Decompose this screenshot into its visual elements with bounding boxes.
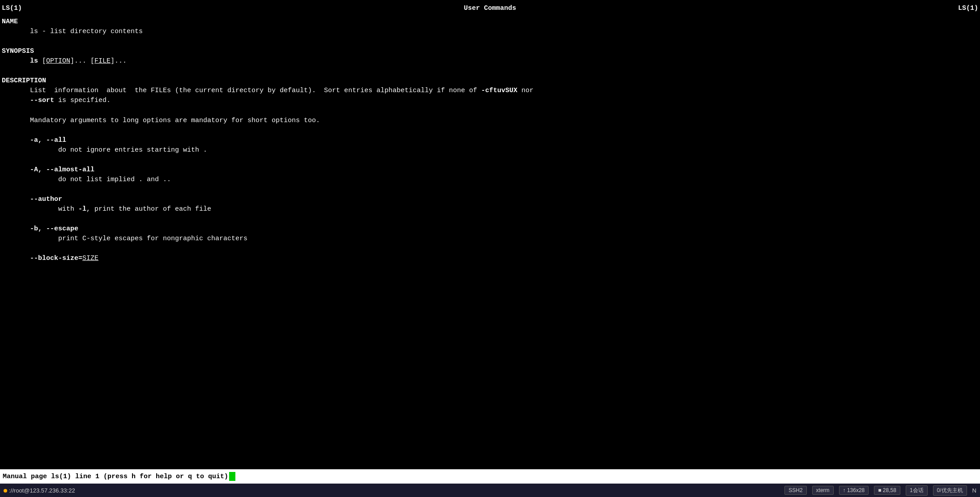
cursor-block (229, 472, 235, 481)
taskbar: ://root@123.57.236.33:22 SSH2 xterm ↑ 13… (0, 484, 980, 497)
taskbar-host-label: ://root@123.57.236.33:22 (9, 487, 75, 494)
taskbar-sessions[interactable]: 1会话 (906, 485, 928, 496)
option-a-desc: do not ignore entries starting with . (2, 145, 978, 155)
blank-line-4 (2, 126, 978, 136)
option-b: -b, --escape print C-style escapes for n… (2, 224, 978, 244)
option-block-size: --block-size=SIZE (2, 254, 978, 263)
option-b-flag: -b, --escape (2, 224, 978, 234)
option-A: -A, --almost-all do not list implied . a… (2, 165, 978, 185)
option-author-desc: with -l, print the author of each file (2, 204, 978, 214)
blank-line-2 (2, 66, 978, 76)
blank-line-7 (2, 214, 978, 224)
taskbar-pos: ■ 28,58 (874, 486, 900, 495)
taskbar-size: ↑ 136x28 (839, 486, 869, 495)
option-block-size-flag: --block-size=SIZE (2, 254, 978, 263)
option-author-flag: --author (2, 195, 978, 204)
terminal-window: LS(1) User Commands LS(1) NAME ls - list… (0, 0, 980, 497)
taskbar-left: ://root@123.57.236.33:22 (4, 487, 75, 494)
section-description: DESCRIPTION List information about the F… (2, 76, 978, 125)
option-b-desc: print C-style escapes for nongraphic cha… (2, 234, 978, 244)
blank-line-1 (2, 37, 978, 47)
header-center: User Commands (464, 4, 516, 13)
network-icon (4, 487, 7, 494)
section-name-content: ls - list directory contents (2, 27, 978, 37)
option-a: -a, --all do not ignore entries starting… (2, 136, 978, 155)
section-description-label: DESCRIPTION (2, 76, 978, 86)
man-page-content[interactable]: LS(1) User Commands LS(1) NAME ls - list… (0, 0, 980, 469)
status-bar: Manual page ls(1) line 1 (press h for he… (0, 469, 980, 484)
section-synopsis-content: ls [OPTION]... [FILE]... (2, 56, 978, 66)
blank-line-3 (2, 106, 978, 115)
desc-sort: --sort (30, 97, 54, 104)
status-bar-text: Manual page ls(1) line 1 (press h for he… (3, 473, 228, 480)
blank-line-5 (2, 155, 978, 165)
desc-line1: List information about the FILEs (the cu… (2, 86, 978, 96)
section-synopsis-label: SYNOPSIS (2, 47, 978, 56)
man-page-header: LS(1) User Commands LS(1) (2, 4, 978, 13)
block-size-size: SIZE (82, 255, 98, 262)
network-indicator (4, 489, 7, 493)
desc-line2: --sort is specified. (2, 96, 978, 106)
taskbar-xterm[interactable]: xterm (812, 486, 834, 495)
synopsis-file: FILE (94, 57, 111, 65)
taskbar-priority[interactable]: 0/优先主机 (933, 485, 967, 496)
blank-line-6 (2, 185, 978, 195)
header-right: LS(1) (958, 4, 978, 13)
section-name-label: NAME (2, 17, 978, 27)
blank-line-8 (2, 244, 978, 254)
taskbar-ssh2[interactable]: SSH2 (784, 486, 806, 495)
option-A-flag: -A, --almost-all (2, 165, 978, 175)
option-a-flag: -a, --all (2, 136, 978, 145)
block-size-text: --block-size= (30, 255, 82, 262)
taskbar-right: SSH2 xterm ↑ 136x28 ■ 28,58 1会话 0/优先主机 N (784, 485, 976, 496)
author-l-flag: -l (78, 205, 86, 213)
desc-flags: -cftuvSUX (481, 87, 517, 94)
option-A-desc: do not list implied . and .. (2, 175, 978, 185)
synopsis-option: OPTION (46, 57, 70, 65)
section-synopsis: SYNOPSIS ls [OPTION]... [FILE]... (2, 47, 978, 66)
header-left: LS(1) (2, 4, 22, 13)
option-author: --author with -l, print the author of ea… (2, 195, 978, 214)
taskbar-time: N (972, 487, 976, 494)
desc-line4: Mandatory arguments to long options are … (2, 116, 978, 126)
synopsis-ls: ls (30, 57, 38, 65)
section-name: NAME ls - list directory contents (2, 17, 978, 37)
